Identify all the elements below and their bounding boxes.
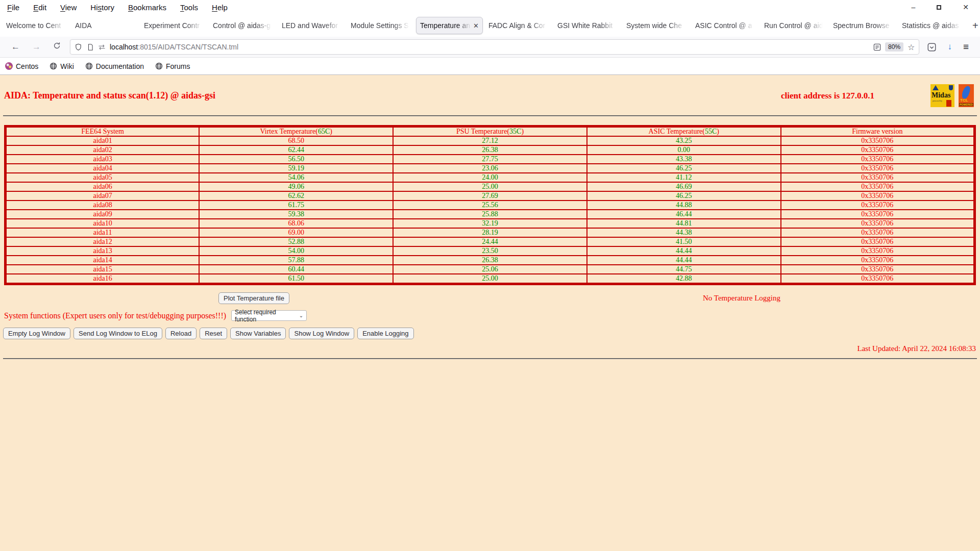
tab-welcome-to-cent[interactable]: Welcome to Cent xyxy=(3,17,69,34)
asic-temperature: 41.12 xyxy=(587,173,781,182)
logos: Midas powered by TCL POWERED xyxy=(930,84,974,107)
tab-asic-control-a[interactable]: ASIC Control @ a xyxy=(692,17,758,34)
menu-file[interactable]: File xyxy=(7,3,19,12)
tab-experiment-contr[interactable]: Experiment Contr xyxy=(140,17,207,34)
asic-temperature: 46.44 xyxy=(587,210,781,219)
menu-help[interactable]: Help xyxy=(212,3,228,12)
midas-triangle-icon xyxy=(933,85,939,90)
psu-temperature: 23.06 xyxy=(393,164,587,173)
tab-module-settings-s[interactable]: Module Settings S xyxy=(347,17,414,34)
tab-control-aidas-g[interactable]: Control @ aidas-g xyxy=(209,17,276,34)
bookmark-label: Forums xyxy=(166,62,190,70)
bookmark-centos[interactable]: Centos xyxy=(5,62,38,70)
tabs: Welcome to CentAIDAExperiment ContrContr… xyxy=(3,17,967,34)
tab-label: Control @ aidas-g xyxy=(213,21,273,30)
new-tab-button[interactable]: + xyxy=(967,20,980,32)
table-row: aida1354.0023.5044.440x3350706 xyxy=(6,246,975,256)
menu-tools[interactable]: Tools xyxy=(180,3,198,12)
fee64-name: aida07 xyxy=(6,191,200,201)
show-variables-button[interactable]: Show Variables xyxy=(230,328,286,339)
forward-icon[interactable]: → xyxy=(26,42,47,52)
asic-temperature: 42.88 xyxy=(587,274,781,284)
tab-label: GSI White Rabbit xyxy=(557,21,617,30)
virtex-temperature: 57.88 xyxy=(199,256,393,265)
reload-button[interactable]: Reload xyxy=(165,328,197,339)
page-title: AIDA: Temperature and status scan(1.12) … xyxy=(4,90,215,101)
midas-logo: Midas powered by xyxy=(930,84,954,107)
table-row: aida0762.6227.6946.250x3350706 xyxy=(6,191,975,201)
table-row: aida0861.7525.5644.880x3350706 xyxy=(6,201,975,210)
table-row: aida1457.8826.3844.440x3350706 xyxy=(6,256,975,265)
no-temperature-logging-status: No Temperature Logging xyxy=(703,294,780,303)
tab-statistics-aidas[interactable]: Statistics @ aidas xyxy=(898,17,965,34)
bookmark-documentation[interactable]: Documentation xyxy=(85,62,144,70)
show-log-window-button[interactable]: Show Log Window xyxy=(289,328,354,339)
pocket-save-icon[interactable] xyxy=(927,43,936,52)
header-divider xyxy=(3,115,977,116)
footer-divider xyxy=(3,358,977,359)
url-bar[interactable]: localhost:8015/AIDA/TSCAN/TSCAN.tml 80% … xyxy=(70,39,919,55)
tab-close-icon[interactable]: ✕ xyxy=(473,22,479,30)
tab-label: Experiment Contr xyxy=(144,21,204,30)
firmware-version: 0x3350706 xyxy=(781,136,975,145)
permissions-icon[interactable] xyxy=(98,44,106,51)
asic-temperature: 43.38 xyxy=(587,155,781,164)
app-menu-icon[interactable]: ≡ xyxy=(963,41,969,53)
midas-shield-icon xyxy=(949,85,953,90)
tab-temperature-an[interactable]: Temperature an✕ xyxy=(416,17,483,34)
menu-edit[interactable]: Edit xyxy=(33,3,46,12)
minimize-button[interactable]: – xyxy=(911,4,915,11)
asic-temperature: 44.75 xyxy=(587,265,781,274)
close-button[interactable]: ✕ xyxy=(963,4,969,11)
tab-run-control-aid[interactable]: Run Control @ aid xyxy=(761,17,827,34)
psu-temperature: 24.00 xyxy=(393,173,587,182)
system-function-select[interactable]: Select required function ⌄ xyxy=(231,310,307,321)
enable-logging-button[interactable]: Enable Logging xyxy=(357,328,413,339)
zoom-level-badge[interactable]: 80% xyxy=(885,42,903,52)
menu-bar: FileEditViewHistoryBookmarksToolsHelp – … xyxy=(0,0,980,14)
psu-temperature: 25.88 xyxy=(393,210,587,219)
virtex-temperature: 59.19 xyxy=(199,164,393,173)
shield-icon[interactable] xyxy=(75,43,82,51)
virtex-temperature: 62.62 xyxy=(199,191,393,201)
menu-view[interactable]: View xyxy=(60,3,77,12)
firmware-version: 0x3350706 xyxy=(781,155,975,164)
psu-temperature: 25.00 xyxy=(393,274,587,284)
firmware-version: 0x3350706 xyxy=(781,182,975,191)
table-row: aida0459.1923.0646.250x3350706 xyxy=(6,164,975,173)
tab-aida[interactable]: AIDA xyxy=(71,17,138,34)
table-header-row: FEE64 SystemVirtex Temperature(65C)PSU T… xyxy=(6,127,975,137)
bookmark-wiki[interactable]: Wiki xyxy=(50,62,74,70)
page-header: AIDA: Temperature and status scan(1.12) … xyxy=(0,75,980,110)
menu-bookmarks[interactable]: Bookmarks xyxy=(128,3,166,12)
send-log-window-to-elog-button[interactable]: Send Log Window to ELog xyxy=(74,328,162,339)
reset-button[interactable]: Reset xyxy=(200,328,227,339)
tab-label: System wide Che xyxy=(626,21,686,30)
asic-temperature: 43.25 xyxy=(587,136,781,145)
firmware-version: 0x3350706 xyxy=(781,164,975,173)
empty-log-window-button[interactable]: Empty Log Window xyxy=(3,328,70,339)
table-row: aida1560.4425.0644.750x3350706 xyxy=(6,265,975,274)
bookmark-star-icon[interactable]: ☆ xyxy=(908,42,915,52)
tab-led-and-wavefor[interactable]: LED and Wavefor xyxy=(278,17,345,34)
tab-bar: Welcome to CentAIDAExperiment ContrContr… xyxy=(0,14,980,37)
menu-history[interactable]: History xyxy=(90,3,114,12)
tab-gsi-white-rabbit[interactable]: GSI White Rabbit xyxy=(554,17,621,34)
url-text[interactable]: localhost:8015/AIDA/TSCAN/TSCAN.tml xyxy=(110,43,873,51)
browser-window: FileEditViewHistoryBookmarksToolsHelp – … xyxy=(0,0,980,551)
virtex-temperature: 54.06 xyxy=(199,173,393,182)
reader-view-icon[interactable] xyxy=(873,43,881,51)
download-icon[interactable]: ↓ xyxy=(947,42,952,52)
tab-system-wide-che[interactable]: System wide Che xyxy=(623,17,690,34)
bookmark-forums[interactable]: Forums xyxy=(155,62,190,70)
virtex-temperature: 68.06 xyxy=(199,219,393,228)
reload-icon[interactable] xyxy=(47,42,67,52)
asic-temperature: 41.50 xyxy=(587,237,781,246)
page-info-icon[interactable] xyxy=(87,43,94,51)
globe-icon xyxy=(85,62,93,70)
back-icon[interactable]: ← xyxy=(5,42,26,52)
plot-temperature-file-button[interactable]: Plot Temperature file xyxy=(218,292,289,304)
tab-fadc-align-cor[interactable]: FADC Align & Cor xyxy=(485,17,552,34)
tab-spectrum-browse[interactable]: Spectrum Browse xyxy=(829,17,896,34)
maximize-button[interactable] xyxy=(937,5,941,10)
